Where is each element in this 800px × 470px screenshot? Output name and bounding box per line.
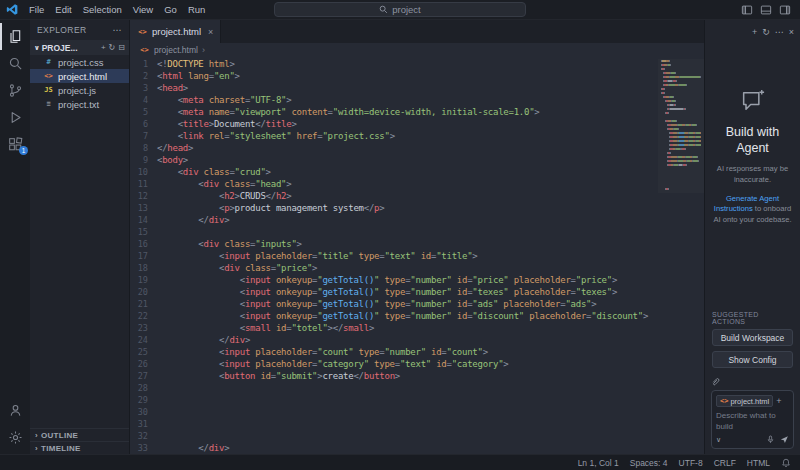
code-line[interactable]: 32 bbox=[130, 430, 704, 442]
mic-icon[interactable] bbox=[766, 435, 775, 444]
code-line[interactable]: 27 <button id="submit">create</button> bbox=[130, 370, 704, 382]
line-number: 3 bbox=[130, 82, 157, 94]
code-line[interactable]: 21 <input onkeyup="getTotal()" type="num… bbox=[130, 298, 704, 310]
line-number: 14 bbox=[130, 214, 157, 226]
breadcrumb[interactable]: <> project.html › bbox=[130, 43, 704, 57]
language-mode[interactable]: HTML bbox=[747, 458, 770, 468]
code-line[interactable]: 11 <div class="head"> bbox=[130, 178, 704, 190]
code-line[interactable]: 33 </div> bbox=[130, 442, 704, 454]
cursor-position[interactable]: Ln 1, Col 1 bbox=[578, 458, 619, 468]
code-line[interactable]: 30 bbox=[130, 406, 704, 418]
code-line[interactable]: 25 <input placeholder="count" type="numb… bbox=[130, 346, 704, 358]
explorer-more-actions-icon[interactable]: ⋯ bbox=[113, 25, 122, 35]
code-line[interactable]: 20 <input onkeyup="getTotal()" type="num… bbox=[130, 286, 704, 298]
code-line[interactable]: 1<!DOCTYPE html> bbox=[130, 58, 704, 70]
context-chip[interactable]: <> project.html bbox=[716, 395, 773, 407]
attach-context-icon[interactable] bbox=[711, 377, 721, 387]
code-line[interactable]: 31 bbox=[130, 418, 704, 430]
menu-go[interactable]: Go bbox=[159, 2, 182, 17]
file-name: project.txt bbox=[58, 99, 99, 110]
file-item-project.html[interactable]: <>project.html bbox=[30, 69, 129, 83]
menu-view[interactable]: View bbox=[128, 2, 158, 17]
code-line[interactable]: 15 bbox=[130, 226, 704, 238]
chat-input-placeholder[interactable]: Describe what to build bbox=[716, 411, 789, 432]
code-line[interactable]: 5 <meta name="viewport" content="width=d… bbox=[130, 106, 704, 118]
line-number: 30 bbox=[130, 406, 157, 418]
close-tab-icon[interactable]: × bbox=[208, 27, 213, 37]
code-line[interactable]: 29 bbox=[130, 394, 704, 406]
toggle-primary-sidebar-icon[interactable] bbox=[741, 4, 753, 16]
code-line[interactable]: 8</head> bbox=[130, 142, 704, 154]
notifications-bell-icon[interactable] bbox=[781, 458, 791, 468]
menu-edit[interactable]: Edit bbox=[50, 2, 76, 17]
encoding[interactable]: UTF-8 bbox=[679, 458, 703, 468]
code-area[interactable]: 1<!DOCTYPE html>2<html lang="en">3<head>… bbox=[130, 57, 704, 454]
chat-history-icon[interactable]: ↻ bbox=[762, 27, 770, 37]
menu-bar: FileEditSelectionViewGoRun bbox=[24, 2, 210, 17]
add-context-icon[interactable]: + bbox=[776, 396, 781, 406]
extensions-view-icon[interactable]: 1 bbox=[0, 131, 30, 158]
line-number: 29 bbox=[130, 394, 157, 406]
timeline-section[interactable]: › TIMELINE bbox=[30, 441, 129, 454]
code-line[interactable]: 10 <div class="crud"> bbox=[130, 166, 704, 178]
code-line[interactable]: 28 bbox=[130, 382, 704, 394]
close-panel-icon[interactable]: × bbox=[789, 27, 794, 37]
eol-sequence[interactable]: CRLF bbox=[714, 458, 736, 468]
file-item-project.js[interactable]: JSproject.js bbox=[30, 83, 129, 97]
code-line[interactable]: 18 <div class="price"> bbox=[130, 262, 704, 274]
chat-input-box[interactable]: <> project.html + Describe what to build… bbox=[711, 390, 794, 449]
line-number: 5 bbox=[130, 106, 157, 118]
show-config-button[interactable]: Show Config bbox=[712, 351, 793, 368]
send-icon[interactable] bbox=[780, 435, 789, 444]
file-item-project.css[interactable]: #project.css bbox=[30, 55, 129, 69]
toggle-panel-icon[interactable] bbox=[760, 4, 772, 16]
code-line[interactable]: 23 <small id="totel"></small> bbox=[130, 322, 704, 334]
explorer-view-icon[interactable] bbox=[0, 23, 30, 50]
code-line[interactable]: 26 <input placeholder="category" type="t… bbox=[130, 358, 704, 370]
code-line[interactable]: 17 <input placeholder="title" type="text… bbox=[130, 250, 704, 262]
account-icon[interactable] bbox=[0, 397, 30, 424]
settings-gear-icon[interactable] bbox=[0, 424, 30, 451]
chat-input-zone: <> project.html + Describe what to build… bbox=[705, 375, 800, 454]
code-line[interactable]: 16 <div class="inputs"> bbox=[130, 238, 704, 250]
outline-section[interactable]: › OUTLINE bbox=[30, 428, 129, 441]
menu-selection[interactable]: Selection bbox=[78, 2, 127, 17]
breadcrumb-item[interactable]: project.html bbox=[154, 45, 198, 55]
menu-run[interactable]: Run bbox=[183, 2, 210, 17]
chevron-right-icon: › bbox=[35, 444, 38, 453]
code-line[interactable]: 7 <link rel="stylesheet" href="project.c… bbox=[130, 130, 704, 142]
code-line[interactable]: 24 </div> bbox=[130, 334, 704, 346]
chat-more-icon[interactable]: ⋯ bbox=[775, 27, 784, 37]
new-file-icon[interactable]: + bbox=[101, 43, 106, 52]
code-line[interactable]: 2<html lang="en"> bbox=[130, 70, 704, 82]
code-line[interactable]: 12 <h2>CRUDS</h2> bbox=[130, 190, 704, 202]
collapse-folders-icon[interactable]: ⊟ bbox=[118, 43, 125, 52]
code-line[interactable]: 19 <input onkeyup="getTotal()" type="num… bbox=[130, 274, 704, 286]
refresh-explorer-icon[interactable]: ↻ bbox=[109, 43, 116, 52]
tab-project-html[interactable]: <> project.html × bbox=[130, 20, 221, 43]
indentation[interactable]: Spaces: 4 bbox=[630, 458, 668, 468]
code-line[interactable]: 14 </div> bbox=[130, 214, 704, 226]
build-workspace-button[interactable]: Build Workspace bbox=[712, 329, 793, 346]
line-number: 1 bbox=[130, 58, 157, 70]
minimap[interactable] bbox=[658, 59, 704, 193]
mode-picker-icon[interactable]: ∨ bbox=[716, 436, 721, 444]
source-control-view-icon[interactable] bbox=[0, 77, 30, 104]
menu-file[interactable]: File bbox=[24, 2, 49, 17]
line-number: 23 bbox=[130, 322, 157, 334]
code-line[interactable]: 4 <meta charset="UTF-8"> bbox=[130, 94, 704, 106]
code-line[interactable]: 3<head> bbox=[130, 82, 704, 94]
line-content: <html lang="en"> bbox=[157, 70, 240, 82]
code-line[interactable]: 22 <input onkeyup="getTotal()" type="num… bbox=[130, 310, 704, 322]
file-item-project.txt[interactable]: ≡project.txt bbox=[30, 97, 129, 111]
workspace-folder[interactable]: ∨ PROJE... + ↻ ⊟ bbox=[30, 40, 129, 55]
code-line[interactable]: 13 <p>product management system</p> bbox=[130, 202, 704, 214]
code-line[interactable]: 6 <title>Document</title> bbox=[130, 118, 704, 130]
search-view-icon[interactable] bbox=[0, 50, 30, 77]
run-debug-view-icon[interactable] bbox=[0, 104, 30, 131]
new-chat-icon[interactable]: + bbox=[752, 27, 757, 37]
txt-file-icon: ≡ bbox=[43, 100, 54, 108]
command-center-search[interactable]: project bbox=[274, 2, 526, 17]
code-line[interactable]: 9<body> bbox=[130, 154, 704, 166]
toggle-secondary-sidebar-icon[interactable] bbox=[779, 4, 791, 16]
